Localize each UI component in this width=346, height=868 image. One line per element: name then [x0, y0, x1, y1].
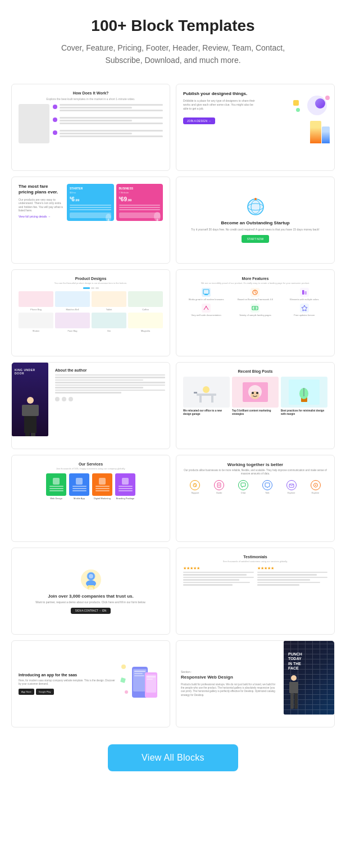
- product-label: Coffee: [142, 308, 149, 311]
- testimonials-title: Testimonials: [183, 555, 327, 559]
- card2-btn: JOIN A DESIGN →: [183, 117, 215, 124]
- svg-rect-53: [147, 679, 153, 680]
- blog-title: Recent Blog Posts: [183, 369, 327, 373]
- product-item: Phone Bag: [19, 291, 53, 311]
- view-all-blocks-button[interactable]: View All Blocks: [108, 744, 238, 771]
- features-grid: Works great in all modern browsers Based…: [183, 288, 327, 317]
- business-sub: 7 Website: [119, 191, 161, 194]
- support-icon: [190, 480, 200, 490]
- t-line: [257, 577, 328, 578]
- product-label: Shaker: [33, 329, 40, 332]
- service-line: [95, 488, 110, 489]
- feature-icon: [251, 288, 260, 297]
- t-line: [257, 582, 321, 584]
- price-line: [119, 209, 161, 210]
- t-line: [257, 579, 310, 581]
- feature-text: Works great in all modern browsers: [189, 298, 224, 301]
- step-line: [60, 123, 163, 124]
- testimonials-row: ★★★★★ ★★★★★: [183, 566, 327, 586]
- talk-icon: [262, 480, 272, 490]
- startup-desc: Try it yourself 30 days free. No credit …: [191, 228, 320, 232]
- services-row: Web Design Mobile App: [46, 473, 135, 500]
- how-content: [19, 104, 163, 143]
- svg-rect-52: [147, 676, 156, 677]
- working-icon-explore: Explore: [311, 480, 321, 494]
- step-line: [60, 120, 132, 121]
- svg-rect-47: [134, 671, 145, 672]
- testimonial-lines: [183, 572, 254, 586]
- service-label: Web Design: [50, 497, 62, 500]
- app-left: Introducing an app for the saas Here, fo…: [19, 672, 115, 695]
- service-line: [49, 488, 63, 489]
- startup-title: Become an Outstanding Startup: [221, 220, 289, 225]
- feature-text: Elements with multiple colors: [290, 298, 319, 301]
- responsive-right: PUNCHTODAYIN THEFACE: [284, 641, 334, 715]
- price-line: [119, 207, 161, 208]
- step-3: [53, 130, 163, 138]
- service-line: [95, 490, 110, 491]
- step-line: [60, 117, 163, 119]
- product-label: Matches Bell: [66, 308, 79, 311]
- step-lines-3: [60, 130, 163, 138]
- author-line: [55, 379, 143, 381]
- feature-item: Very well code documentation: [183, 304, 229, 317]
- card1-subtitle: Explore the best-built templates in the …: [19, 97, 163, 101]
- service-line: [119, 486, 133, 487]
- resp-figure: [288, 675, 299, 715]
- step-line: [60, 130, 163, 132]
- testimonial-lines: [257, 572, 328, 586]
- product-item: Gin: [92, 313, 126, 332]
- t-line: [183, 572, 254, 573]
- working-icon-guide: Guide: [214, 480, 224, 494]
- template-card-8: Recent Blog Posts We relocated our off: [176, 362, 335, 449]
- author-title: About the author: [55, 368, 165, 372]
- card5-subtitle: You can find beautiful product design is…: [19, 282, 163, 284]
- price-line: [70, 207, 111, 208]
- blog-img-3: [281, 377, 327, 408]
- template-card-7: KING UNDER DOOR About the author: [11, 362, 170, 449]
- service-icon: [99, 478, 106, 485]
- feature-text: Very well code documentation: [192, 314, 221, 317]
- author-line: [55, 377, 165, 378]
- template-card-10: Working together is better Our products …: [176, 455, 335, 542]
- product-img: [55, 313, 90, 328]
- service-box-branding: [115, 473, 135, 496]
- svg-point-4: [248, 199, 263, 215]
- service-label: Mobile App: [74, 497, 85, 500]
- price-card-business: BUSINESS 7 Website $69.99: [116, 184, 163, 221]
- icon-label: Explore: [312, 491, 320, 494]
- stars-1: ★★★★★: [183, 566, 254, 571]
- working-icon-support: Support: [190, 480, 200, 494]
- social-icon: [62, 397, 66, 401]
- feature-icon: [202, 304, 211, 313]
- icon-label: Guide: [216, 491, 222, 494]
- googleplay-btn: Google Play: [36, 689, 54, 695]
- starter-name: STARTER: [70, 187, 111, 190]
- svg-rect-43: [120, 677, 126, 683]
- subtitle: Cover, Feature, Pricing, Footer, Header,…: [55, 42, 291, 67]
- step-1: [53, 104, 163, 112]
- feature-icon: [300, 288, 309, 297]
- working-title: Working together is better: [183, 462, 327, 467]
- author-social: [55, 397, 165, 401]
- feature-text: Based on Bootstrap Framework 4.6: [238, 298, 273, 301]
- svg-rect-46: [133, 669, 147, 691]
- t-line: [183, 582, 250, 584]
- author-bg: KING UNDER DOOR: [12, 363, 48, 436]
- responsive-label: Section :: [181, 670, 277, 673]
- service-line: [49, 486, 63, 487]
- testimonial-2: ★★★★★: [257, 566, 328, 586]
- app-title: Introducing an app for the saas: [19, 672, 115, 677]
- author-info: About the author: [51, 363, 170, 449]
- service-line: [72, 488, 86, 489]
- product-label: Magnolia: [141, 329, 150, 332]
- svg-point-37: [315, 485, 316, 486]
- service-line: [72, 486, 86, 487]
- svg-point-44: [125, 690, 128, 694]
- step-dot-3: [53, 130, 57, 135]
- pricing-cards: STARTER $3/mo $6.99: [67, 184, 163, 221]
- product-item: Shaker: [19, 313, 53, 332]
- price-line: [119, 205, 161, 206]
- pricing-desc: Our products are very easy to understand…: [19, 198, 63, 213]
- pricing-left: The most fare pricing plans ever. Our pr…: [19, 184, 63, 218]
